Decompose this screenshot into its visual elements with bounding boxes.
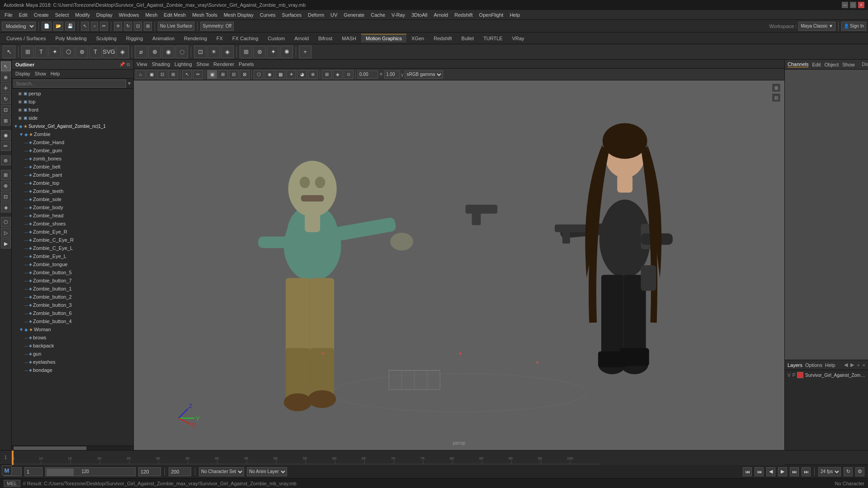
scale-tool-button[interactable]: ⊡ bbox=[134, 22, 142, 31]
tab-turtle[interactable]: TURTLE bbox=[479, 34, 507, 42]
menubar-item-surfaces[interactable]: Surfaces bbox=[279, 11, 304, 19]
menubar-item-help[interactable]: Help bbox=[507, 11, 523, 19]
step-back-btn[interactable]: ⏮ bbox=[755, 467, 764, 476]
tab-fx-caching[interactable]: FX Caching bbox=[228, 34, 263, 42]
shelf-btn-2[interactable]: T bbox=[35, 46, 47, 58]
layer-fwd-btn[interactable]: ▶ bbox=[850, 362, 854, 368]
go-to-start-btn[interactable]: ⏮ bbox=[743, 467, 752, 476]
vp-icon-1[interactable]: ⊞ bbox=[772, 83, 781, 92]
save-file-button[interactable]: 💾 bbox=[65, 22, 75, 31]
menubar-item-mesh[interactable]: Mesh bbox=[142, 11, 160, 19]
search-dropdown-icon[interactable]: ▼ bbox=[127, 81, 132, 86]
tab-custom[interactable]: Custom bbox=[263, 34, 289, 42]
tab-sculpting[interactable]: Sculpting bbox=[92, 34, 121, 42]
vp-menu-panels[interactable]: Panels bbox=[239, 61, 254, 67]
menubar-item-v-ray[interactable]: V-Ray bbox=[389, 11, 408, 19]
tree-item-zombie-tongue[interactable]: —◈Zombie_tongue bbox=[12, 260, 133, 268]
menubar-item-edit-mesh[interactable]: Edit Mesh bbox=[161, 11, 189, 19]
scale-tool[interactable]: ⊡ bbox=[1, 105, 11, 115]
shelf-btn-7[interactable]: SVG bbox=[103, 46, 115, 58]
tree-item-zombie-btn7[interactable]: —◈Zombie_button_7 bbox=[12, 277, 133, 285]
edit-tab[interactable]: Edit bbox=[812, 62, 821, 67]
character-set-selector[interactable]: No Character Set bbox=[199, 467, 244, 476]
tab-redshift[interactable]: Redshift bbox=[429, 34, 456, 42]
tab-bullet[interactable]: Bullet bbox=[457, 34, 479, 42]
menubar-item-modify[interactable]: Modify bbox=[72, 11, 92, 19]
maya-logo[interactable]: M bbox=[2, 465, 12, 475]
tree-item-eyelashes[interactable]: —◈eyelashes bbox=[12, 358, 133, 366]
step-forward-btn[interactable]: ⏭ bbox=[790, 467, 799, 476]
tree-item-zombie-c-eye-l[interactable]: —◈Zombie_C_Eye_L bbox=[12, 244, 133, 252]
shelf-btn-plus[interactable]: + bbox=[299, 46, 311, 58]
outliner-menu-help[interactable]: Help bbox=[49, 71, 62, 77]
tab-rigging[interactable]: Rigging bbox=[122, 34, 147, 42]
vp-hud-btn[interactable]: ◈ bbox=[333, 70, 343, 79]
vp-cam-attr-btn[interactable]: ⊙ bbox=[344, 70, 354, 79]
tree-item-zomb-bones[interactable]: —◈zomb_bones bbox=[12, 155, 133, 163]
tree-item-zombie-btn4[interactable]: —◈Zombie_button_4 bbox=[12, 317, 133, 325]
outliner-float-btn[interactable]: ⧉ bbox=[127, 62, 130, 67]
tab-arnold[interactable]: Arnold bbox=[290, 34, 313, 42]
menubar-item-create[interactable]: Create bbox=[31, 11, 52, 19]
tree-item-front[interactable]: ▣ ▣ front bbox=[12, 106, 133, 114]
vp-wireframe-btn[interactable]: ⬡ bbox=[254, 70, 264, 79]
outliner-menu-display[interactable]: Display bbox=[14, 71, 32, 77]
shelf-btn-17[interactable]: ⊛ bbox=[253, 46, 266, 58]
menubar-item-deform[interactable]: Deform bbox=[305, 11, 327, 19]
outliner-horizontal-scrollbar[interactable] bbox=[12, 446, 133, 450]
tree-item-gun[interactable]: —◈gun bbox=[12, 350, 133, 358]
select-tool-button[interactable]: ↖ bbox=[81, 22, 89, 31]
menubar-item-edit[interactable]: Edit bbox=[16, 11, 30, 19]
tree-item-zombie-btn2[interactable]: —◈Zombie_button_2 bbox=[12, 293, 133, 301]
tree-item-zombie-body[interactable]: —◈Zombie_body bbox=[12, 203, 133, 211]
new-scene-button[interactable]: 📄 bbox=[42, 22, 52, 31]
vp-layout-single[interactable]: ▣ bbox=[207, 70, 217, 79]
tree-item-zombie-group[interactable]: ▼ ◆ ★ Zombie bbox=[12, 130, 133, 138]
exposure-input[interactable] bbox=[358, 70, 378, 79]
range-bar[interactable]: 120 bbox=[45, 467, 136, 476]
shelf-btn-3[interactable]: ✦ bbox=[48, 46, 61, 58]
vp-menu-lighting[interactable]: Lighting bbox=[175, 61, 192, 67]
tree-item-zombie-btn3[interactable]: —◈Zombie_button_3 bbox=[12, 301, 133, 309]
vp-texture-btn[interactable]: ▦ bbox=[275, 70, 285, 79]
vp-menu-view[interactable]: View bbox=[137, 61, 147, 67]
gamma-selector[interactable]: sRGB gamma bbox=[405, 70, 443, 79]
shelf-select-btn[interactable]: ↖ bbox=[3, 46, 15, 58]
vp-filmgate-btn[interactable]: ⊡ bbox=[157, 70, 167, 79]
tree-item-backpack[interactable]: —◈backpack bbox=[12, 342, 133, 350]
shelf-btn-13[interactable]: ⊡ bbox=[194, 46, 207, 58]
tree-item-woman-group[interactable]: ▼ ◆ ★ Woman bbox=[12, 325, 133, 333]
outliner-search-input[interactable] bbox=[14, 80, 126, 88]
display-tab-right[interactable]: Display bbox=[862, 62, 868, 67]
layer-row-main[interactable]: V P Survivor_Girl_Against_Zombie bbox=[785, 370, 868, 380]
vp-camera-btn[interactable]: ▣ bbox=[146, 70, 156, 79]
universal-tool[interactable]: ⊞ bbox=[1, 116, 11, 126]
snap-curve-btn[interactable]: ⊕ bbox=[1, 181, 11, 191]
layer-add-btn[interactable]: + bbox=[857, 362, 859, 368]
play-forward-btn[interactable]: ▶ bbox=[778, 467, 787, 476]
menubar-item-windows[interactable]: Windows bbox=[116, 11, 142, 19]
tree-item-zombie-eye-r[interactable]: —◈Zombie_Eye_R bbox=[12, 228, 133, 236]
status-mode[interactable]: MEL bbox=[4, 480, 20, 487]
vp-layout-4up[interactable]: ⊞ bbox=[218, 70, 228, 79]
layer-back-btn[interactable]: ◀ bbox=[844, 362, 848, 368]
show-tab[interactable]: Show bbox=[842, 62, 855, 67]
tree-item-brows[interactable]: —◈brows bbox=[12, 333, 133, 342]
shelf-btn-11[interactable]: ◉ bbox=[162, 46, 175, 58]
vp-light-btn[interactable]: ☀ bbox=[286, 70, 296, 79]
tab-xgen[interactable]: XGen bbox=[407, 34, 429, 42]
gamma-input[interactable] bbox=[384, 70, 400, 79]
minimize-button[interactable]: — bbox=[842, 2, 848, 8]
viewport-content[interactable]: Y Z X + + + persp ⊞ ⊟ bbox=[134, 80, 784, 450]
tab-motion-graphics[interactable]: Motion Graphics bbox=[361, 34, 406, 42]
quick-render-btn[interactable]: ▶ bbox=[1, 239, 11, 249]
move-tool-button[interactable]: ✛ bbox=[114, 22, 122, 31]
menubar-item-uv[interactable]: UV bbox=[328, 11, 340, 19]
menubar-item-display[interactable]: Display bbox=[94, 11, 115, 19]
shelf-btn-4[interactable]: ⬡ bbox=[62, 46, 75, 58]
vp-paint-btn[interactable]: ✏ bbox=[193, 70, 203, 79]
shelf-btn-5[interactable]: ⊛ bbox=[75, 46, 88, 58]
layers-tab[interactable]: Layers bbox=[788, 362, 802, 368]
tree-item-zombie-pant[interactable]: —◈Zombie_pant bbox=[12, 171, 133, 179]
shelf-btn-8[interactable]: ◈ bbox=[116, 46, 129, 58]
